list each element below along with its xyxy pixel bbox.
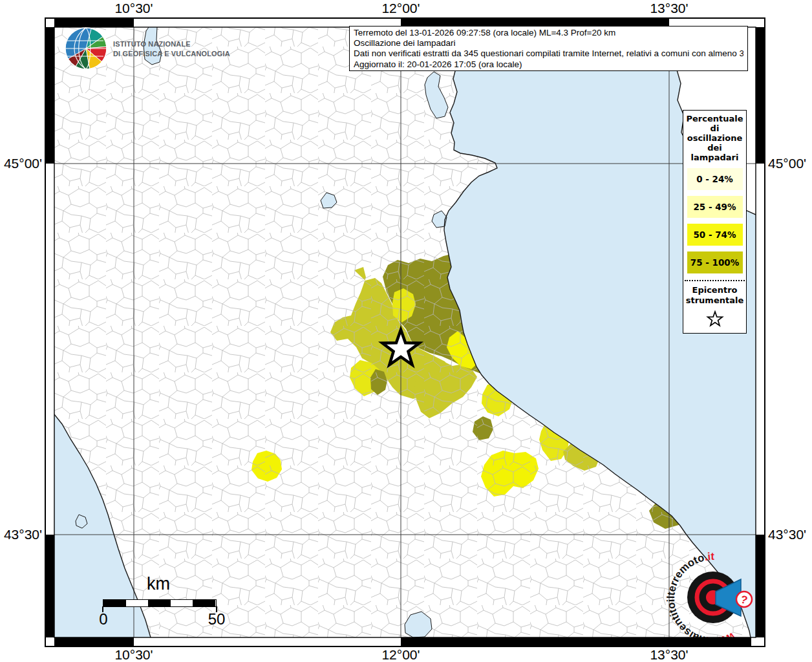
legend-class-swatch: 25 - 49% (687, 196, 743, 218)
legend-class-swatch: 0 - 24% (687, 168, 743, 190)
legend-title-line: Percentuale (683, 114, 746, 123)
map-page: ?www.haisentitoilterremoto.it 10°30' 12°… (0, 0, 812, 662)
legend: Percentualedioscillazionedeilampadari 0 … (683, 110, 747, 334)
axis-label-left-45: 45°00' (0, 156, 42, 171)
scale-bar-segments (103, 599, 217, 607)
legend-title: Percentualedioscillazionedeilampadari (683, 114, 746, 162)
ingv-name-line1: ISTITUTO NAZIONALE (113, 39, 230, 49)
axis-label-top-center: 12°00' (381, 1, 420, 16)
axis-label-bottom-center: 12°00' (381, 647, 420, 662)
ingv-logo: ISTITUTO NAZIONALE DI GEOFISICA E VULCAN… (63, 27, 236, 71)
scale-unit-label: km (133, 574, 184, 594)
axis-label-bottom-left: 10°30' (114, 647, 153, 662)
legend-title-line: lampadari (683, 153, 746, 162)
axis-label-right-45: 45°00' (768, 156, 806, 171)
legend-class-swatch: 50 - 74% (687, 224, 743, 246)
ingv-globe-icon (63, 27, 109, 71)
legend-class-swatch: 75 - 100% (687, 251, 743, 273)
legend-epicenter-line: strumentale (683, 295, 746, 306)
scale-start-label: 0 (99, 610, 107, 628)
epicenter-legend-star-icon (705, 310, 725, 328)
legend-epicenter-line: Epicentro (683, 285, 746, 295)
info-line-subject: Oscillazione dei lampadari (354, 38, 743, 48)
legend-title-line: oscillazione (683, 133, 746, 143)
axis-label-top-right: 13°30' (650, 1, 688, 16)
legend-title-line: dei (683, 143, 746, 153)
axis-label-right-4330: 43°30' (768, 527, 806, 542)
legend-epicenter-title: Epicentrostrumentale (683, 285, 746, 306)
scale-end-label: 50 (208, 610, 226, 628)
axis-label-top-left: 10°30' (114, 1, 153, 16)
legend-separator (685, 280, 745, 281)
axis-label-bottom-right: 13°30' (650, 647, 688, 662)
info-line-event: Terremoto del 13-01-2026 09:27:58 (ora l… (354, 28, 743, 38)
info-line-updated: Aggiornato il: 20-01-2026 17:05 (ora loc… (354, 59, 743, 70)
legend-classes: 0 - 24%25 - 49%50 - 74%75 - 100% (683, 168, 746, 273)
legend-title-line: di (683, 123, 746, 133)
info-line-source: Dati non verificati estratti da 345 ques… (354, 48, 743, 59)
axis-label-left-4330: 43°30' (0, 527, 42, 542)
ingv-name-line2: DI GEOFISICA E VULCANOLOGIA (113, 49, 230, 59)
earthquake-info-box: Terremoto del 13-01-2026 09:27:58 (ora l… (349, 26, 748, 71)
